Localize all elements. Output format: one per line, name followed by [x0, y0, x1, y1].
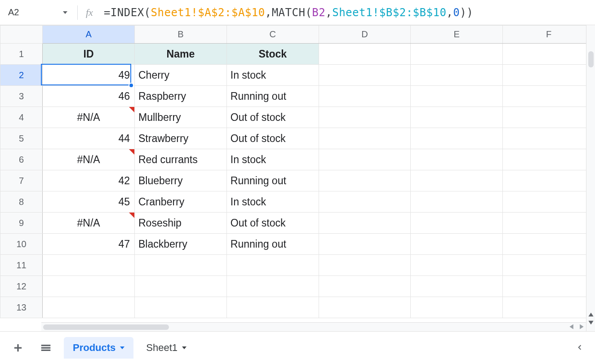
cell-E7[interactable] — [411, 170, 503, 191]
cell-C7[interactable]: Running out — [226, 170, 319, 191]
cell-B8[interactable]: Cranberry — [135, 191, 227, 213]
scroll-right-icon[interactable] — [578, 324, 584, 332]
cell-D12[interactable] — [319, 276, 411, 297]
cell-A8[interactable]: 45 — [43, 191, 135, 213]
cell-C6[interactable]: In stock — [226, 149, 319, 170]
cell-B2[interactable]: Cherry — [135, 65, 227, 86]
cell-A12[interactable] — [43, 276, 135, 297]
formula-input[interactable]: =INDEX(Sheet1!$A$2:$A$10,MATCH(B2,Sheet1… — [104, 6, 473, 19]
cell-C13[interactable] — [226, 297, 319, 318]
cell-B11[interactable] — [135, 255, 227, 276]
cell-B12[interactable] — [135, 276, 227, 297]
column-header-C[interactable]: C — [226, 26, 319, 44]
cell-E2[interactable] — [411, 65, 503, 86]
cell-F7[interactable] — [503, 170, 595, 191]
cell-C1[interactable]: Stock — [226, 44, 319, 65]
cell-D11[interactable] — [319, 255, 411, 276]
row-header-6[interactable]: 6 — [0, 149, 43, 170]
cell-D13[interactable] — [319, 297, 411, 318]
cell-E9[interactable] — [411, 213, 503, 234]
cell-B1[interactable]: Name — [135, 44, 227, 65]
cell-E5[interactable] — [411, 128, 503, 149]
horizontal-scrollbar[interactable] — [41, 322, 586, 331]
cell-E6[interactable] — [411, 149, 503, 170]
collapse-explore-icon[interactable] — [574, 342, 584, 354]
cell-A3[interactable]: 46 — [43, 86, 135, 107]
cell-F2[interactable] — [503, 65, 595, 86]
cell-E1[interactable] — [411, 44, 503, 65]
cell-E10[interactable] — [411, 234, 503, 255]
cell-C9[interactable]: Out of stock — [226, 213, 319, 234]
cell-F10[interactable] — [503, 234, 595, 255]
cell-F6[interactable] — [503, 149, 595, 170]
row-header-8[interactable]: 8 — [0, 191, 43, 213]
cell-F5[interactable] — [503, 128, 595, 149]
vertical-scrollbar[interactable] — [586, 25, 595, 331]
cell-A5[interactable]: 44 — [43, 128, 135, 149]
spreadsheet-grid[interactable]: A B C D E F 1IDNameStock249CherryIn stoc… — [0, 25, 595, 318]
cell-F9[interactable] — [503, 213, 595, 234]
scroll-up-icon[interactable] — [588, 311, 594, 318]
cell-A13[interactable] — [43, 297, 135, 318]
cell-E8[interactable] — [411, 191, 503, 213]
row-header-11[interactable]: 11 — [0, 255, 43, 276]
cell-E12[interactable] — [411, 276, 503, 297]
row-header-3[interactable]: 3 — [0, 86, 43, 107]
cell-D10[interactable] — [319, 234, 411, 255]
cell-D4[interactable] — [319, 107, 411, 128]
cell-C11[interactable] — [226, 255, 319, 276]
cell-A6[interactable]: #N/A — [43, 149, 135, 170]
scroll-left-icon[interactable] — [569, 324, 575, 332]
cell-E11[interactable] — [411, 255, 503, 276]
cell-C4[interactable]: Out of stock — [226, 107, 319, 128]
select-all-corner[interactable] — [0, 26, 43, 44]
column-header-F[interactable]: F — [503, 26, 595, 44]
cell-B6[interactable]: Red currants — [135, 149, 227, 170]
cell-F3[interactable] — [503, 86, 595, 107]
scroll-down-icon[interactable] — [588, 320, 594, 326]
cell-A9[interactable]: #N/A — [43, 213, 135, 234]
cell-E13[interactable] — [411, 297, 503, 318]
row-header-4[interactable]: 4 — [0, 107, 43, 128]
cell-D8[interactable] — [319, 191, 411, 213]
cell-A1[interactable]: ID — [43, 44, 135, 65]
cell-D5[interactable] — [319, 128, 411, 149]
cell-C8[interactable]: In stock — [226, 191, 319, 213]
add-sheet-button[interactable] — [8, 338, 28, 358]
row-header-5[interactable]: 5 — [0, 128, 43, 149]
cell-E3[interactable] — [411, 86, 503, 107]
cell-D7[interactable] — [319, 170, 411, 191]
row-header-7[interactable]: 7 — [0, 170, 43, 191]
column-header-A[interactable]: A — [43, 26, 135, 44]
cell-B5[interactable]: Strawberry — [135, 128, 227, 149]
row-header-2[interactable]: 2 — [0, 65, 43, 86]
cell-B4[interactable]: Mullberry — [135, 107, 227, 128]
cell-C2[interactable]: In stock — [226, 65, 319, 86]
cell-E4[interactable] — [411, 107, 503, 128]
cell-F4[interactable] — [503, 107, 595, 128]
cell-D1[interactable] — [319, 44, 411, 65]
sheet-tab-sheet1[interactable]: Sheet1 — [137, 337, 195, 359]
cell-B3[interactable]: Raspberry — [135, 86, 227, 107]
cell-C12[interactable] — [226, 276, 319, 297]
column-header-D[interactable]: D — [319, 26, 411, 44]
row-header-9[interactable]: 9 — [0, 213, 43, 234]
cell-C3[interactable]: Running out — [226, 86, 319, 107]
cell-B9[interactable]: Roseship — [135, 213, 227, 234]
cell-F8[interactable] — [503, 191, 595, 213]
column-header-E[interactable]: E — [411, 26, 503, 44]
cell-B10[interactable]: Blackberry — [135, 234, 227, 255]
cell-F11[interactable] — [503, 255, 595, 276]
cell-D3[interactable] — [319, 86, 411, 107]
cell-C10[interactable]: Running out — [226, 234, 319, 255]
column-header-B[interactable]: B — [135, 26, 227, 44]
cell-A4[interactable]: #N/A — [43, 107, 135, 128]
cell-D9[interactable] — [319, 213, 411, 234]
chevron-down-icon[interactable] — [120, 346, 124, 349]
cell-B7[interactable]: Blueberry — [135, 170, 227, 191]
cell-C5[interactable]: Out of stock — [226, 128, 319, 149]
chevron-down-icon[interactable] — [182, 346, 186, 349]
cell-B13[interactable] — [135, 297, 227, 318]
cell-F1[interactable] — [503, 44, 595, 65]
sheet-tab-products[interactable]: Products — [64, 337, 133, 359]
